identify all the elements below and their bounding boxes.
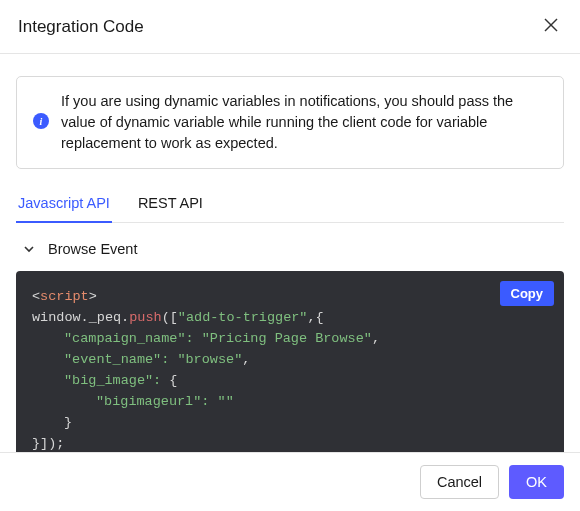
- code-line: <script>: [32, 287, 548, 308]
- close-button[interactable]: [540, 14, 562, 39]
- info-text: If you are using dynamic variables in no…: [61, 91, 547, 154]
- chevron-down-icon: [22, 242, 36, 256]
- section-header-browse-event[interactable]: Browse Event: [16, 223, 564, 271]
- ok-button[interactable]: OK: [509, 465, 564, 499]
- copy-button[interactable]: Copy: [500, 281, 555, 306]
- tabs: Javascript API REST API: [16, 187, 564, 223]
- code-line: "big_image": {: [32, 371, 548, 392]
- modal-content: i If you are using dynamic variables in …: [0, 54, 580, 470]
- close-icon: [542, 16, 560, 37]
- code-line: "event_name": "browse",: [32, 350, 548, 371]
- tab-rest-api[interactable]: REST API: [136, 187, 205, 223]
- info-icon: i: [33, 113, 49, 129]
- modal-title: Integration Code: [18, 17, 144, 37]
- cancel-button[interactable]: Cancel: [420, 465, 499, 499]
- code-block: Copy <script> window._peq.push(["add-to-…: [16, 271, 564, 470]
- modal-footer: Cancel OK: [0, 452, 580, 511]
- modal-header: Integration Code: [0, 0, 580, 54]
- section-title: Browse Event: [48, 241, 137, 257]
- code-line: "campaign_name": "Pricing Page Browse",: [32, 329, 548, 350]
- code-line: }: [32, 413, 548, 434]
- code-line: "bigimageurl": "": [32, 392, 548, 413]
- info-banner: i If you are using dynamic variables in …: [16, 76, 564, 169]
- code-line: window._peq.push(["add-to-trigger",{: [32, 308, 548, 329]
- tab-javascript-api[interactable]: Javascript API: [16, 187, 112, 223]
